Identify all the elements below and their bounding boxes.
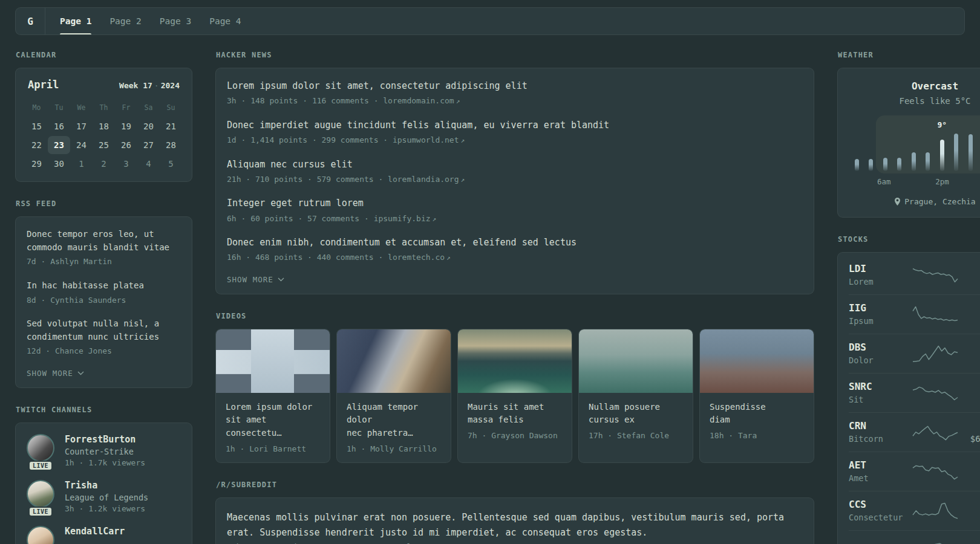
stock-sparkline [911, 500, 959, 522]
stock-row[interactable]: CRN Bitcorn -1.00% $66,171.48 [849, 412, 980, 452]
twitch-channel-row[interactable]: LIVE Trisha League of Legends 3h · 1.2k … [27, 480, 181, 513]
hn-item-domain-link[interactable]: loremtech.co [388, 253, 445, 262]
hn-item-domain-link[interactable]: ipsumworld.net [393, 135, 459, 144]
stock-price: $66,171.48 [959, 434, 980, 444]
channel-name[interactable]: KendallCarr [65, 526, 125, 537]
video-thumbnail[interactable] [216, 329, 330, 393]
stock-row[interactable]: CCS Consectetur +0.51% $165.84 [849, 491, 980, 530]
hn-item-meta: 3h · 148 points · 116 comments · loremdo… [227, 95, 803, 107]
temperature-bar [883, 134, 887, 171]
video-title[interactable]: Suspendisse diam [710, 401, 804, 427]
stock-price: $165.84 [959, 513, 980, 522]
video-card[interactable]: Aliquam tempor dolor nec pharetra… 1h · … [336, 329, 451, 463]
stock-name: Consectetur [849, 513, 911, 522]
external-link-icon: ↗ [461, 137, 465, 144]
channel-name[interactable]: ForrestBurton [65, 434, 145, 445]
dashboard-grid: CALENDAR April Week 17·2024 MoTuWeThFrSa… [0, 51, 980, 544]
hn-item-title[interactable]: Lorem ipsum dolor sit amet, consectetur … [227, 79, 803, 93]
channel-avatar [27, 434, 54, 462]
video-card[interactable]: Lorem ipsum dolor sit amet consectetu… 1… [215, 329, 330, 463]
video-title[interactable]: Nullam posuere cursus ex [589, 401, 683, 427]
video-card[interactable]: Mauris sit amet massa felis 7h · Grayson… [457, 329, 572, 463]
rss-item-title[interactable]: Donec tempor eros leo, ut commodo mauris… [27, 228, 181, 254]
hn-item-domain-link[interactable]: ipsumify.biz [374, 214, 431, 223]
weekday-label: Fr [115, 100, 137, 115]
rss-item-meta: 12d · Chance Jones [27, 345, 181, 357]
video-thumbnail[interactable] [700, 329, 814, 393]
rss-widget: RSS FEED Donec tempor eros leo, ut commo… [15, 199, 192, 388]
page-tab[interactable]: Page 2 [109, 8, 141, 34]
hn-item-title[interactable]: Donec enim nibh, condimentum et accumsan… [227, 236, 803, 250]
stock-sparkline [911, 343, 959, 364]
temperature-bar [926, 134, 930, 171]
video-card[interactable]: Nullam posuere cursus ex 17h · Stefan Co… [578, 329, 693, 463]
stock-row[interactable]: LDI Lorem +4.35% $795.18 [849, 256, 980, 294]
stock-change-percent: -1.00% [959, 421, 980, 432]
twitch-channel-row[interactable]: LIVE ForrestBurton Counter-Strike 1h · 1… [27, 434, 181, 467]
hacker-news-widget: HACKER NEWS Lorem ipsum dolor sit amet, … [215, 51, 814, 294]
temperature-bar [897, 134, 901, 171]
video-meta: 7h · Grayson Dawson [468, 431, 562, 440]
separator-dot: · [152, 81, 161, 90]
weather-location[interactable]: Prague, Czechia [851, 197, 980, 206]
hn-item: Lorem ipsum dolor sit amet, consectetur … [227, 79, 803, 107]
hn-item: Donec imperdiet augue tincidunt felis al… [227, 118, 803, 146]
rss-list: Donec tempor eros leo, ut commodo mauris… [27, 228, 181, 357]
video-title[interactable]: Aliquam tempor dolor nec pharetra… [347, 401, 441, 440]
video-thumbnail[interactable] [579, 329, 693, 393]
page-tab[interactable]: Page 4 [209, 8, 241, 34]
hn-item-title[interactable]: Donec imperdiet augue tincidunt felis al… [227, 118, 803, 132]
stock-sparkline [911, 264, 959, 286]
calendar-day: 1 [70, 155, 93, 173]
calendar-day: 2 [93, 155, 115, 173]
video-meta: 1h · Lori Barnett [226, 444, 320, 453]
hn-show-more-button[interactable]: SHOW MORE [227, 275, 803, 284]
video-thumbnail[interactable] [337, 329, 451, 393]
video-title[interactable]: Mauris sit amet massa felis [468, 401, 562, 427]
hn-item: Aliquam nec cursus elit 21h · 710 points… [227, 158, 803, 186]
stock-row[interactable]: AET Amet +0.92% $499.72 [849, 452, 980, 491]
page-tab[interactable]: Page 3 [160, 8, 191, 34]
channel-game: League of Legends [65, 493, 148, 502]
video-thumbnail[interactable] [458, 329, 572, 393]
twitch-channel-row[interactable]: KendallCarr [27, 526, 181, 544]
hn-item-title[interactable]: Integer eget rutrum lorem [227, 196, 803, 210]
stock-symbol: AET [849, 459, 911, 471]
hn-item-domain-link[interactable]: loremdomain.com [383, 96, 454, 105]
video-card[interactable]: Suspendisse diam 18h · Tara [699, 329, 814, 463]
hn-item-domain-link[interactable]: loremlandia.org [388, 175, 459, 184]
page-tabs: Page 1Page 2Page 3Page 4 [45, 8, 241, 34]
stock-row[interactable]: SNRC Sit +1.36% $148.64 [849, 373, 980, 412]
weather-card: Overcast Feels like 5°C [837, 68, 980, 218]
page-tab[interactable]: Page 1 [60, 8, 91, 34]
channel-name[interactable]: Trisha [65, 480, 148, 491]
stock-row[interactable]: DBS Dolor +1.42% $156.28 [849, 334, 980, 373]
hn-item-title[interactable]: Aliquam nec cursus elit [227, 158, 803, 172]
right-column: WEATHER Overcast Feels like 5°C [837, 51, 980, 544]
video-meta: 17h · Stefan Cole [589, 431, 683, 440]
weekday-label: Tu [48, 100, 70, 115]
rss-item-title[interactable]: Sed volutpat nulla nisl, a condimentum n… [27, 317, 181, 343]
stock-symbol: CRN [849, 420, 911, 432]
stock-price: $148.64 [959, 395, 980, 404]
reddit-post-title[interactable]: Maecenas mollis pulvinar erat non posuer… [227, 510, 803, 540]
rss-show-more-button[interactable]: SHOW MORE [27, 369, 181, 378]
hn-item-meta: 16h · 468 points · 440 comments · loremt… [227, 251, 803, 264]
video-meta: 1h · Molly Carrillo [347, 444, 441, 453]
rss-item-title[interactable]: In hac habitasse platea [27, 279, 181, 293]
hn-item: Integer eget rutrum lorem 6h · 60 points… [227, 196, 803, 224]
temperature-bar [954, 134, 958, 171]
twitch-widget: TWITCH CHANNELS LIVE ForrestBurton Count… [15, 406, 192, 544]
live-badge: LIVE [28, 507, 53, 517]
stock-row[interactable]: IIG Ipsum +2.84% $42.04 [849, 294, 980, 334]
location-pin-icon [894, 198, 901, 206]
video-title[interactable]: Lorem ipsum dolor sit amet consectetu… [226, 401, 320, 440]
calendar-day: 22 [25, 136, 48, 154]
stock-name: Dolor [849, 355, 911, 365]
app-logo[interactable]: G [16, 8, 45, 34]
stock-sparkline [911, 303, 959, 325]
stock-name: Amet [849, 473, 911, 483]
calendar-day: 19 [115, 117, 137, 135]
stock-row[interactable]: AHS +0.46% [849, 530, 980, 544]
stock-change-percent: +2.84% [959, 303, 980, 314]
